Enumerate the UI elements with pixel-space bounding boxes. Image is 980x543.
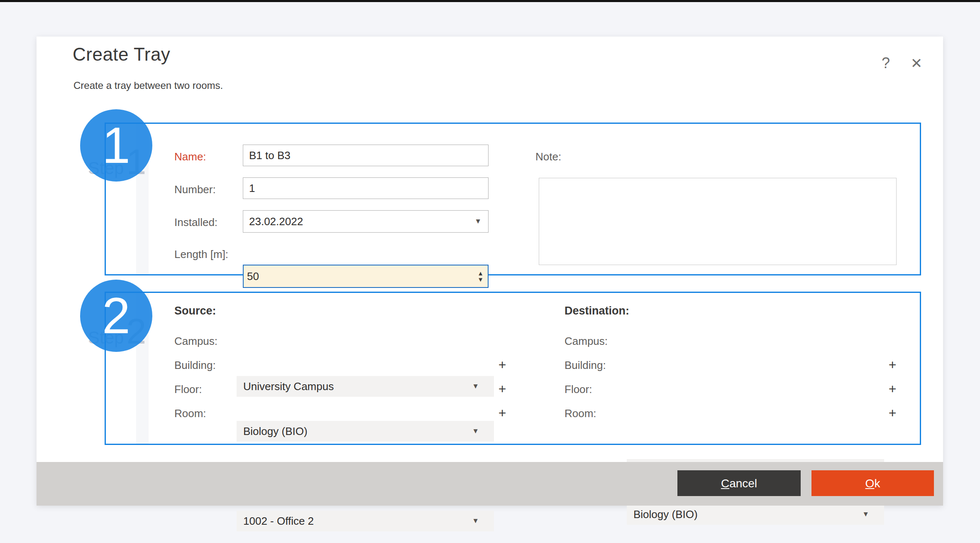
destination-header: Destination: xyxy=(565,305,629,317)
destination-building-value: Biology (BIO) xyxy=(633,508,698,521)
chevron-down-icon[interactable]: ▼ xyxy=(472,427,479,435)
installed-label: Installed: xyxy=(174,216,218,229)
close-icon[interactable]: ✕ xyxy=(906,53,927,73)
destination-building-label: Building: xyxy=(565,359,606,372)
chevron-down-icon[interactable]: ▼ xyxy=(472,517,479,525)
source-floor-add-button[interactable]: + xyxy=(495,380,510,398)
source-room-add-button[interactable]: + xyxy=(495,404,510,422)
destination-floor-label: Floor: xyxy=(565,383,592,396)
source-building-label: Building: xyxy=(174,359,216,372)
chevron-down-icon[interactable]: ▼ xyxy=(472,382,479,391)
source-campus-label: Campus: xyxy=(174,335,218,348)
installed-date-value: 23.02.2022 xyxy=(249,215,303,228)
destination-room-add-button[interactable]: + xyxy=(885,404,900,422)
spinner-arrows[interactable]: ▲▼ xyxy=(477,270,484,283)
name-input[interactable] xyxy=(243,145,489,166)
source-campus-value: University Campus xyxy=(243,380,334,393)
source-room-dropdown[interactable]: 1002 - Office 2 ▼ xyxy=(237,511,494,531)
top-window-edge xyxy=(0,0,980,2)
spin-up-icon[interactable]: ▲ xyxy=(477,270,484,276)
help-icon[interactable]: ? xyxy=(876,53,896,73)
destination-room-label: Room: xyxy=(565,407,596,420)
chevron-down-icon[interactable]: ▼ xyxy=(862,510,869,518)
step-1-badge: 1 xyxy=(80,109,152,182)
source-building-add-button[interactable]: + xyxy=(495,356,510,374)
ok-button[interactable]: Ok xyxy=(811,470,934,496)
length-spinner[interactable]: 50 ▲▼ xyxy=(243,265,489,288)
source-floor-label: Floor: xyxy=(174,383,202,396)
step-2-badge: 2 xyxy=(80,280,152,352)
source-building-dropdown[interactable]: Biology (BIO) ▼ xyxy=(237,421,494,442)
step-2-badge-number: 2 xyxy=(102,287,130,345)
source-room-label: Room: xyxy=(174,407,206,420)
dialog-subtitle: Create a tray between two rooms. xyxy=(73,80,223,91)
destination-campus-label: Campus: xyxy=(565,335,608,348)
chevron-down-icon[interactable]: ▼ xyxy=(474,217,481,226)
source-building-value: Biology (BIO) xyxy=(243,425,308,438)
dialog-title: Create Tray xyxy=(73,44,170,65)
destination-floor-add-button[interactable]: + xyxy=(885,380,900,398)
length-value: 50 xyxy=(247,270,259,283)
screen: Create Tray Create a tray between two ro… xyxy=(0,0,980,543)
destination-building-dropdown[interactable]: Biology (BIO) ▼ xyxy=(627,504,884,525)
source-campus-dropdown[interactable]: University Campus ▼ xyxy=(237,376,494,397)
note-label: Note: xyxy=(535,150,561,163)
source-header: Source: xyxy=(174,305,216,317)
destination-building-add-button[interactable]: + xyxy=(885,356,900,374)
step-1-badge-number: 1 xyxy=(102,116,130,174)
length-label: Length [m]: xyxy=(174,248,228,261)
source-room-value: 1002 - Office 2 xyxy=(243,515,314,528)
dialog-footer xyxy=(37,462,943,506)
number-label: Number: xyxy=(174,183,216,196)
name-label: Name: xyxy=(174,150,206,163)
step-2-group xyxy=(105,292,921,445)
number-input[interactable] xyxy=(243,177,489,199)
installed-date-combobox[interactable]: 23.02.2022 ▼ xyxy=(243,210,489,233)
spin-down-icon[interactable]: ▼ xyxy=(477,276,484,283)
cancel-button[interactable]: Cancel xyxy=(677,470,801,496)
note-textarea[interactable] xyxy=(539,178,897,265)
